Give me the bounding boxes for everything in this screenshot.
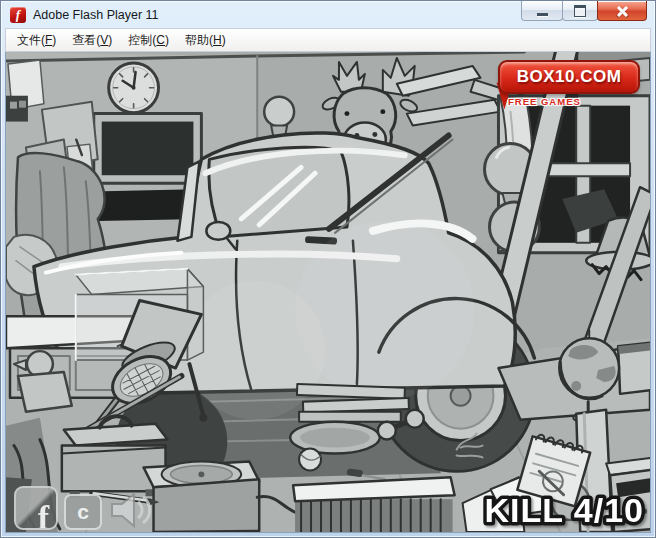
crate-planks [293, 477, 454, 532]
window-controls [522, 1, 647, 21]
menu-file[interactable]: 文件(F) [9, 29, 64, 52]
beam-stack [297, 384, 409, 422]
menu-control[interactable]: 控制(C) [120, 29, 177, 52]
sound-icon[interactable] [108, 490, 154, 530]
window-client-area: 文件(F) 查看(V) 控制(C) 帮助(H) [5, 28, 651, 533]
maximize-icon [574, 5, 586, 17]
menu-view[interactable]: 查看(V) [64, 29, 120, 52]
minimize-icon [537, 13, 548, 16]
box10-logo[interactable]: BOX10.COM FREE GAMES [498, 60, 640, 107]
c-games-icon[interactable]: c [64, 494, 102, 530]
social-bar: f c [14, 486, 154, 530]
logo-title: BOX10.COM [498, 60, 640, 94]
game-stage[interactable]: BOX10.COM FREE GAMES KILL 4/10 f c [5, 52, 651, 533]
flash-player-icon: f [10, 7, 26, 23]
logo-subtitle: FREE GAMES [508, 96, 640, 107]
close-button[interactable] [597, 1, 647, 21]
tennis-ball [299, 449, 321, 471]
flash-player-window: f Adobe Flash Player 11 文件(F) 查看(V) 控制(C… [0, 0, 656, 538]
kill-counter: KILL 4/10 [436, 486, 648, 532]
oval-tray [290, 422, 380, 454]
wall-clock [109, 63, 159, 113]
facebook-icon[interactable]: f [14, 486, 58, 530]
menu-help[interactable]: 帮助(H) [177, 29, 234, 52]
title-bar[interactable]: f Adobe Flash Player 11 [1, 1, 655, 28]
maximize-button[interactable] [562, 1, 598, 21]
window-title: Adobe Flash Player 11 [33, 8, 159, 22]
kill-counter-text: KILL 4/10 [484, 491, 644, 529]
menu-bar: 文件(F) 查看(V) 控制(C) 帮助(H) [5, 28, 651, 52]
close-icon [616, 5, 628, 17]
minimize-button[interactable] [521, 1, 563, 21]
garage-scene [6, 52, 650, 532]
